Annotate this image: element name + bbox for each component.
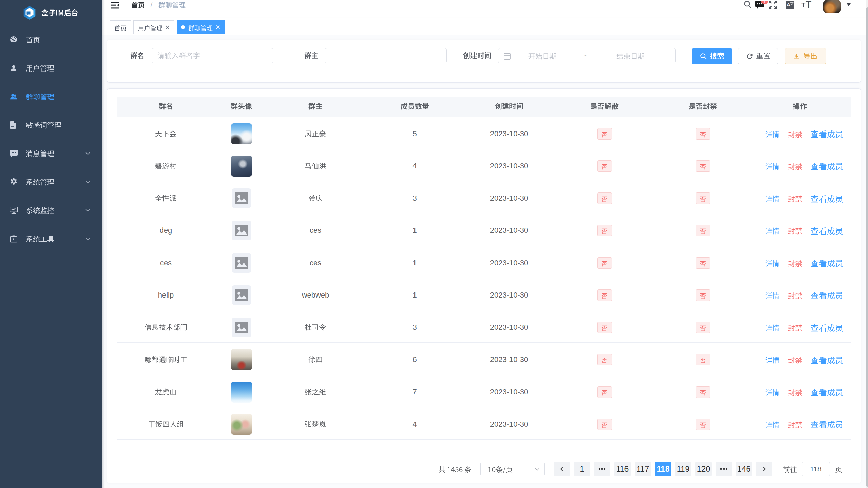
svg-text:1: 1	[763, 1, 766, 4]
